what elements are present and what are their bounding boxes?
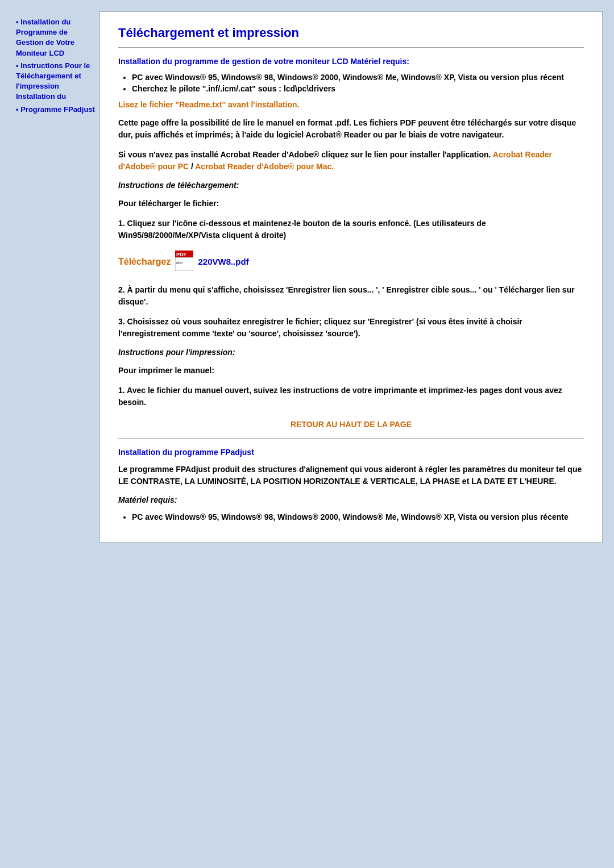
warning-text: Lisez le fichier "Readme.txt" avant l'in…	[118, 100, 584, 109]
download-filename-link[interactable]: 220VW8..pdf	[198, 257, 248, 266]
step1-text: 1. Cliquez sur l'icône ci-dessous et mai…	[118, 218, 584, 241]
print-heading: Instructions pour l'impression:	[118, 348, 584, 357]
svg-text:doc: doc	[176, 261, 183, 265]
section1-heading: Installation du programme de gestion de …	[118, 57, 584, 66]
divider-top	[118, 47, 584, 48]
sidebar-item-installation[interactable]: Installation du Programme de Gestion de …	[16, 17, 95, 59]
download-row: Téléchargez PDF doc 220VW8..pdf	[118, 251, 584, 273]
step3-text: 3. Choisissez où vous souhaitez enregist…	[118, 316, 584, 340]
retour-link-container: RETOUR AU HAUT DE LA PAGE	[118, 420, 584, 429]
section2-heading: Installation du programme FPadjust	[118, 448, 584, 457]
list-item: Cherchez le pilote ".inf/.icm/.cat" sous…	[132, 84, 584, 93]
section-divider	[118, 438, 584, 439]
body-text-1: Cette page offre la possibilité de lire …	[118, 117, 584, 141]
section2-body1: Le programme FPAdjust produit des struct…	[118, 464, 584, 487]
section2-requirements-list: PC avec Windows® 95, Windows® 98, Window…	[132, 512, 584, 521]
download-label: Téléchargez	[118, 257, 171, 267]
step2-text: 2. À partir du menu qui s'affiche, chois…	[118, 284, 584, 308]
main-content: Téléchargement et impression Installatio…	[99, 11, 603, 542]
print-step1: 1. Avec le fichier du manuel ouvert, sui…	[118, 385, 584, 408]
svg-text:PDF: PDF	[176, 252, 187, 257]
requirements-list: PC avec Windows® 95, Windows® 98, Window…	[132, 73, 584, 93]
sidebar-item-instructions[interactable]: Instructions Pour le Téléchargement et l…	[16, 61, 95, 102]
download-heading: Instructions de téléchargement:	[118, 181, 584, 190]
pour-imprimer: Pour imprimer le manuel:	[118, 365, 584, 377]
materiel-requis: Matériel requis:	[118, 495, 584, 504]
sidebar: Installation du Programme de Gestion de …	[11, 11, 99, 542]
body-text-2: Si vous n'avez pas installé Acrobat Read…	[118, 149, 584, 173]
list-item: PC avec Windows® 95, Windows® 98, Window…	[132, 512, 584, 521]
sidebar-item-fpadjust[interactable]: Programme FPadjust	[16, 105, 95, 115]
list-item: PC avec Windows® 95, Windows® 98, Window…	[132, 73, 584, 82]
retour-link[interactable]: RETOUR AU HAUT DE LA PAGE	[291, 420, 412, 429]
page-container: Installation du Programme de Gestion de …	[11, 11, 603, 542]
page-title: Téléchargement et impression	[118, 26, 584, 40]
pour-telecharger: Pour télécharger le fichier:	[118, 198, 584, 210]
link-acrobat-mac[interactable]: Acrobat Reader d'Adobe® pour Mac.	[195, 162, 334, 171]
pdf-icon[interactable]: PDF doc	[175, 251, 193, 273]
